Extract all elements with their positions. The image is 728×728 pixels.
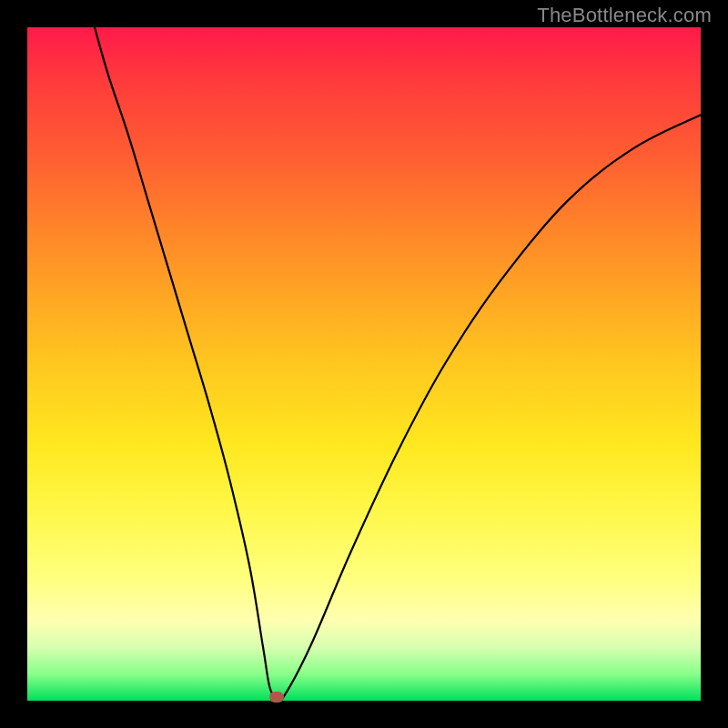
optimal-point-marker — [269, 692, 284, 703]
bottleneck-curve-path — [95, 27, 701, 701]
bottleneck-curve-svg — [27, 27, 701, 701]
watermark-text: TheBottleneck.com — [537, 4, 712, 27]
plot-area — [27, 27, 701, 701]
